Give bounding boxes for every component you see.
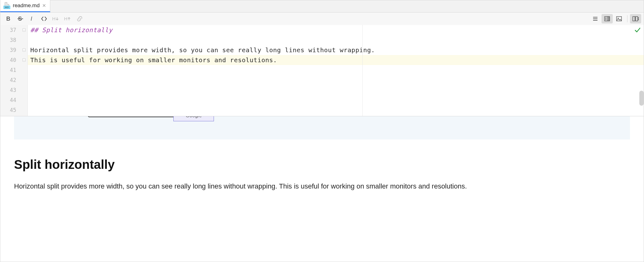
diagram-block: Google xyxy=(14,116,630,139)
line-number: 40 xyxy=(0,55,27,65)
svg-text:H: H xyxy=(52,16,56,21)
line-number: 38 xyxy=(0,35,27,45)
code-editor[interactable]: 37 38 39 40 41 42 43 44 45 ## Split hori… xyxy=(0,25,644,116)
italic-button[interactable]: I xyxy=(27,14,38,23)
inspection-ok-icon[interactable] xyxy=(634,27,641,33)
line-number: 42 xyxy=(0,75,27,85)
svg-rect-16 xyxy=(633,17,635,21)
diagram-node: Google xyxy=(173,116,214,121)
svg-rect-17 xyxy=(636,17,638,21)
line-number: 37 xyxy=(0,25,27,35)
svg-text:H: H xyxy=(64,16,67,21)
heading-down-button[interactable]: H xyxy=(50,14,62,23)
svg-rect-14 xyxy=(617,17,622,21)
line-number: 45 xyxy=(0,105,27,115)
close-tab-icon[interactable]: ✕ xyxy=(42,3,46,8)
heading-up-button[interactable]: H xyxy=(62,14,73,23)
image-button[interactable] xyxy=(613,14,625,23)
code-line: This is useful for working on smaller mo… xyxy=(30,56,277,64)
right-margin-ruler xyxy=(362,25,363,116)
svg-text:B: B xyxy=(6,16,10,22)
bold-button[interactable]: B xyxy=(3,14,14,23)
editor-scrollbar-thumb[interactable] xyxy=(639,91,644,106)
tab-bar: MD readme.md ✕ xyxy=(0,0,644,13)
line-number: 39 xyxy=(0,45,27,55)
svg-rect-10 xyxy=(607,17,610,21)
svg-text:I: I xyxy=(31,16,32,22)
editor-toolbar: B S I H H xyxy=(0,13,644,25)
preview-paragraph: Horizontal split provides more width, so… xyxy=(14,182,630,191)
code-line: Horizontal split provides more width, so… xyxy=(30,46,375,54)
fold-toggle[interactable] xyxy=(22,58,26,62)
soft-wrap-button[interactable] xyxy=(590,14,601,23)
tab-filename: readme.md xyxy=(13,3,40,9)
markdown-file-icon: MD xyxy=(3,2,10,9)
fold-toggle[interactable] xyxy=(22,48,26,52)
code-line: ## Split horizontally xyxy=(30,26,112,34)
link-button[interactable] xyxy=(74,14,85,23)
line-number: 44 xyxy=(0,95,27,105)
code-button[interactable] xyxy=(38,14,50,23)
preview-heading: Split horizontally xyxy=(14,158,630,172)
scroll-sync-button[interactable] xyxy=(630,14,641,23)
line-number: 41 xyxy=(0,65,27,75)
editor-preview-split-button[interactable] xyxy=(602,14,613,23)
line-gutter: 37 38 39 40 41 42 43 44 45 xyxy=(0,25,28,116)
line-number: 43 xyxy=(0,85,27,95)
code-content[interactable]: ## Split horizontally Horizontal split p… xyxy=(28,25,644,116)
fold-toggle[interactable] xyxy=(22,28,26,32)
markdown-preview[interactable]: Google Split horizontally Horizontal spl… xyxy=(0,116,644,262)
file-tab[interactable]: MD readme.md ✕ xyxy=(0,0,50,12)
toolbar-separator xyxy=(627,15,627,22)
strikethrough-button[interactable]: S xyxy=(15,14,26,23)
